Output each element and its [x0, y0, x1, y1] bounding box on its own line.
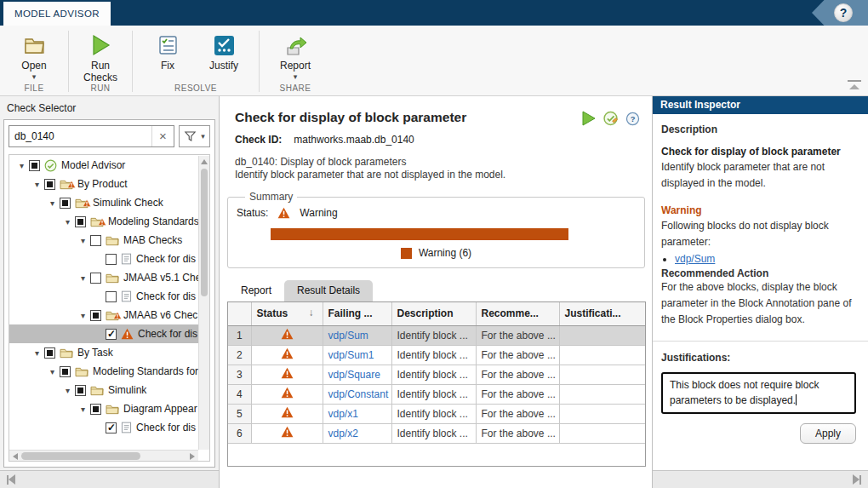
tree-item-by-task[interactable]: ▾By Task	[9, 343, 198, 362]
expander-icon[interactable]: ▾	[14, 161, 29, 170]
folder-warning-icon	[106, 309, 119, 321]
table-row[interactable]: 1vdp/SumIdentify block ...For the above …	[228, 325, 645, 345]
tab-model-advisor[interactable]: MODEL ADVISOR	[3, 2, 111, 26]
header-status[interactable]: Status↓	[251, 302, 323, 325]
tree-checkbox[interactable]	[60, 366, 71, 377]
collapse-toolstrip-button[interactable]	[848, 80, 861, 89]
tree-checkbox[interactable]	[75, 385, 86, 396]
header-recommendation[interactable]: Recomme...	[476, 302, 559, 325]
warning-legend-swatch	[401, 248, 412, 259]
tree-item-label: JMAAB v6 Chec	[123, 309, 197, 321]
expander-icon[interactable]: ▾	[60, 386, 75, 395]
toolstrip-group-resolve: Fix Justify RESOLVE	[133, 26, 259, 95]
tree-checkbox[interactable]	[106, 291, 117, 302]
collapse-toolstrip-bar	[848, 80, 861, 82]
tree-item-modeling-standards-for[interactable]: ▾Modeling Standards for	[9, 362, 198, 381]
filter-button[interactable]: ▾	[179, 125, 210, 147]
sort-descending-icon[interactable]: ↓	[309, 307, 314, 319]
tree-item-by-product[interactable]: ▾By Product	[9, 175, 198, 193]
tree-item-jmaab-v6-chec[interactable]: ▾JMAAB v6 Chec	[9, 306, 198, 324]
run-checks-label: Run Checks	[83, 60, 117, 83]
tree-checkbox[interactable]	[44, 179, 55, 190]
scroll-up-arrow-icon[interactable]	[201, 159, 208, 164]
apply-button[interactable]: Apply	[800, 423, 856, 444]
open-dropdown-caret-icon[interactable]: ▾	[32, 72, 37, 81]
header-description[interactable]: Description	[391, 302, 476, 325]
tree-checkbox[interactable]	[106, 254, 117, 265]
justification-input[interactable]: This block does not require block parame…	[661, 372, 856, 414]
tree-checkbox[interactable]	[106, 422, 117, 433]
expander-icon[interactable]: ▾	[45, 198, 60, 208]
status-cell	[251, 423, 323, 443]
tree-item-modeling-standards[interactable]: ▾Modeling Standards	[9, 212, 198, 231]
tree-hscroll-thumb[interactable]	[21, 452, 140, 460]
description-cell: Identify block ...	[391, 384, 476, 404]
tree-item-diagram-appear[interactable]: ▾Diagram Appear	[9, 399, 198, 418]
tree-item-check-for-dis[interactable]: Check for dis	[9, 250, 198, 268]
tree-checkbox[interactable]	[90, 273, 101, 284]
tree-item-check-for-dis[interactable]: Check for dis	[9, 287, 198, 306]
failing-block-link[interactable]: vdp/Sum1	[328, 349, 374, 361]
toolstrip-group-share: Report ▾ SHARE	[260, 26, 331, 95]
tree-vertical-scrollbar[interactable]	[198, 156, 209, 450]
folder-icon	[106, 403, 119, 415]
header-justification[interactable]: Justificati...	[559, 302, 645, 325]
tree-checkbox[interactable]	[60, 198, 71, 209]
table-row[interactable]: 2vdp/Sum1Identify block ...For the above…	[228, 345, 645, 365]
scroll-right-arrow-icon[interactable]	[190, 453, 195, 460]
tree-checkbox[interactable]	[75, 216, 86, 227]
tree-checkbox[interactable]	[106, 329, 117, 340]
tree-item-simulink[interactable]: ▾Simulink	[9, 381, 198, 399]
tab-result-details[interactable]: Result Details	[284, 280, 373, 301]
help-button[interactable]: ?	[834, 3, 853, 22]
folder-icon	[106, 272, 119, 284]
tree-item-mab-checks[interactable]: ▾MAB Checks	[9, 231, 198, 250]
toolstrip-group-file: Open ▾ FILE	[0, 26, 68, 95]
warning-legend-label: Warning (6)	[419, 247, 471, 259]
search-input[interactable]	[9, 126, 151, 146]
failing-block-link[interactable]: vdp/x1	[328, 408, 358, 420]
expander-icon[interactable]: ▾	[76, 311, 90, 320]
failing-block-link[interactable]: vdp/Square	[328, 369, 380, 381]
collapse-left-panel-button[interactable]	[7, 474, 15, 485]
report-dropdown-caret-icon[interactable]: ▾	[294, 72, 298, 81]
expander-icon[interactable]: ▾	[76, 236, 90, 245]
expander-icon[interactable]: ▾	[60, 217, 75, 227]
table-row[interactable]: 5vdp/x1Identify block ...For the above .…	[228, 404, 645, 423]
tree-item-check-for-dis[interactable]: Check for dis▾	[9, 418, 198, 437]
tree-item-simulink-check[interactable]: ▾Simulink Check	[9, 193, 198, 212]
header-failing[interactable]: Failing ...	[323, 302, 391, 325]
failing-block-link[interactable]: vdp/x2	[328, 428, 358, 439]
run-this-check-icon[interactable]	[581, 111, 596, 126]
expander-icon[interactable]: ▾	[30, 180, 44, 189]
tree-checkbox[interactable]	[90, 235, 101, 246]
expander-icon[interactable]: ▾	[76, 273, 90, 283]
justify-check-icon[interactable]	[602, 111, 619, 126]
expander-icon[interactable]: ▾	[45, 367, 60, 376]
tree-vscroll-thumb[interactable]	[201, 169, 208, 296]
expander-icon[interactable]: ▾	[76, 405, 90, 414]
tree-item-model-advisor[interactable]: ▾Model Advisor	[9, 156, 198, 175]
tab-report[interactable]: Report	[228, 280, 284, 301]
expander-icon[interactable]: ▾	[30, 348, 44, 358]
table-row[interactable]: 4vdp/ConstantIdentify block ...For the a…	[228, 384, 645, 404]
tree-horizontal-scrollbar[interactable]	[9, 450, 198, 461]
check-selector-title: Check Selector	[0, 96, 219, 118]
tree-checkbox[interactable]	[44, 347, 55, 359]
failing-block-link[interactable]: vdp/Constant	[328, 388, 389, 400]
svg-text:?: ?	[631, 114, 636, 123]
tree-checkbox[interactable]	[90, 404, 101, 415]
clear-search-button[interactable]: ×	[151, 126, 174, 146]
scroll-left-arrow-icon[interactable]	[13, 453, 18, 460]
tree-item-jmaab-v5-1-che[interactable]: ▾JMAAB v5.1 Che	[9, 268, 198, 287]
table-row[interactable]: 3vdp/SquareIdentify block ...For the abo…	[228, 365, 645, 384]
check-help-icon[interactable]: ?	[625, 112, 640, 126]
failing-block-link[interactable]: vdp/Sum	[328, 330, 368, 342]
tree-checkbox[interactable]	[90, 310, 101, 321]
failing-block-link[interactable]: vdp/Sum	[675, 253, 715, 265]
table-row[interactable]: 6vdp/x2Identify block ...For the above .…	[228, 423, 645, 443]
check-selector-panel: Check Selector × ▾ ▾Model Advisor▾By Pro…	[0, 96, 220, 488]
tree-checkbox[interactable]	[29, 160, 40, 171]
tree-item-check-for-dis[interactable]: Check for dis	[9, 324, 198, 343]
collapse-right-panel-button[interactable]	[853, 474, 861, 485]
